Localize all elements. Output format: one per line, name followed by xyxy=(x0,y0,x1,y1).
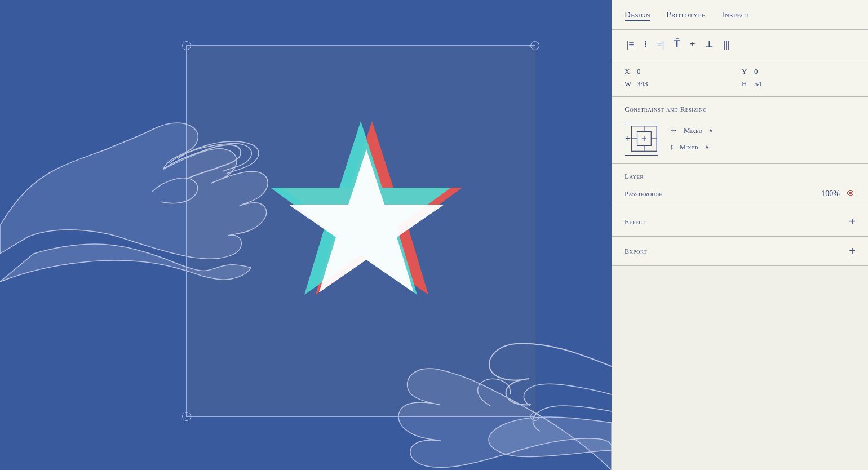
constraint-widget[interactable] xyxy=(625,122,658,156)
export-section: Export + xyxy=(612,237,868,266)
align-middle-icon[interactable]: + xyxy=(688,38,697,51)
export-title: Export xyxy=(625,247,647,256)
add-effect-button[interactable]: + xyxy=(849,215,856,228)
constraint-controls: ↔ Mixed ∨ ↕ Mixed ∨ xyxy=(670,126,713,152)
effect-title: Effect xyxy=(625,218,646,227)
h-label: H xyxy=(742,79,750,88)
horizontal-arrow-icon: ↔ xyxy=(670,126,678,135)
vertical-chevron-icon[interactable]: ∨ xyxy=(705,144,709,150)
star-illustration[interactable] xyxy=(231,79,502,378)
constraints-title: Constrainst and Resizing xyxy=(625,105,856,114)
handle-top-right[interactable] xyxy=(530,41,539,50)
tab-bar: Design Prototype Inspect xyxy=(612,0,868,30)
vertical-arrow-icon: ↕ xyxy=(670,142,674,152)
handle-bottom-right[interactable] xyxy=(530,412,539,421)
align-left-icon[interactable]: |≡ xyxy=(625,38,636,51)
tab-design[interactable]: Design xyxy=(625,10,650,21)
tab-prototype[interactable]: Prototype xyxy=(666,10,706,21)
layer-section: Layer Passthrough 100% 👁 xyxy=(612,164,868,207)
visibility-eye-icon[interactable]: 👁 xyxy=(847,189,856,199)
align-top-icon[interactable]: T̄ xyxy=(672,38,682,51)
vertical-constraint-dropdown[interactable]: Mixed xyxy=(680,143,698,152)
handle-bottom-left[interactable] xyxy=(182,412,191,421)
horizontal-chevron-icon[interactable]: ∨ xyxy=(709,127,713,134)
h-value[interactable]: 54 xyxy=(754,79,761,88)
constraints-section: Constrainst and Resizing xyxy=(612,97,868,164)
horizontal-constraint-dropdown[interactable]: Mixed xyxy=(684,126,702,135)
layer-title: Layer xyxy=(625,172,856,181)
canvas-area xyxy=(0,0,612,470)
add-export-button[interactable]: + xyxy=(849,245,856,258)
align-bottom-icon[interactable]: ⊥ xyxy=(703,38,715,51)
position-size-section: X 0 Y 0 W 343 H 54 xyxy=(612,61,868,97)
x-value[interactable]: 0 xyxy=(637,67,641,76)
align-right-icon[interactable]: =| xyxy=(655,38,667,51)
effect-section: Effect + xyxy=(612,207,868,237)
alignment-section: |≡ ⁝ =| T̄ + ⊥ ||| xyxy=(612,30,868,61)
handle-top-left[interactable] xyxy=(182,41,191,50)
w-label: W xyxy=(625,79,632,88)
y-value[interactable]: 0 xyxy=(754,67,758,76)
x-label: X xyxy=(625,67,632,76)
y-label: Y xyxy=(742,67,750,76)
align-center-h-icon[interactable]: ⁝ xyxy=(642,38,649,51)
w-value[interactable]: 343 xyxy=(637,79,648,88)
distribute-icon[interactable]: ||| xyxy=(721,38,732,51)
tab-inspect[interactable]: Inspect xyxy=(721,10,749,21)
right-panel: Design Prototype Inspect |≡ ⁝ =| T̄ + ⊥ … xyxy=(612,0,868,470)
blend-mode-label[interactable]: Passthrough xyxy=(625,189,663,198)
opacity-value[interactable]: 100% xyxy=(821,189,840,198)
